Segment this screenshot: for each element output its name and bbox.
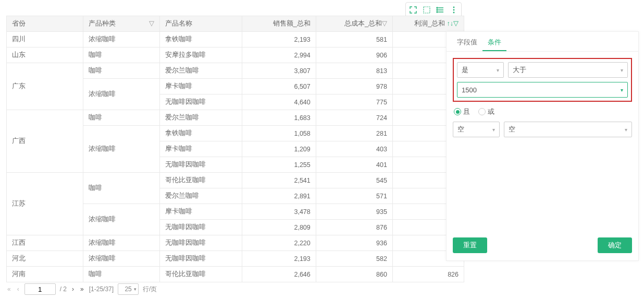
- cell-product-name: 哥伦比亚咖啡: [160, 267, 242, 282]
- cell-product-type: 浓缩咖啡: [83, 32, 160, 47]
- cell-product-type: 浓缩咖啡: [83, 251, 160, 267]
- condition2-is-select[interactable]: 空▾: [453, 122, 500, 137]
- table-row[interactable]: 广西咖啡爱尔兰咖啡1,683724: [7, 110, 464, 126]
- col-sales-sum[interactable]: 销售额_总和: [242, 16, 316, 32]
- cell-cost-sum: 581: [316, 32, 392, 47]
- cell-province: 河南: [7, 267, 83, 282]
- cell-cost-sum: 906: [316, 47, 392, 63]
- last-page-button[interactable]: »: [79, 285, 85, 293]
- cell-product-name: 安摩拉多咖啡: [160, 47, 242, 63]
- cell-sales-sum: 1,058: [242, 126, 316, 141]
- tab-field-value[interactable]: 字段值: [452, 34, 482, 51]
- page-size-value: 25: [125, 285, 131, 293]
- col-label: 利润_总和: [414, 20, 445, 27]
- cell-province: 江西: [7, 235, 83, 251]
- cell-product-name: 爱尔兰咖啡: [160, 110, 242, 126]
- col-cost-sum[interactable]: 总成本_总和▽: [316, 16, 392, 32]
- condition-is-select[interactable]: 是▾: [457, 62, 504, 78]
- svg-point-2: [437, 9, 438, 10]
- cell-province: 山东: [7, 47, 83, 63]
- table-row[interactable]: 河北浓缩咖啡无咖啡因咖啡2,193582766: [7, 251, 464, 267]
- filter-icon[interactable]: ▽: [453, 19, 459, 27]
- svg-point-5: [453, 9, 455, 11]
- cell-cost-sum: 978: [316, 79, 392, 94]
- selection-icon[interactable]: [420, 4, 433, 16]
- logic-and-radio[interactable]: 且: [454, 107, 470, 116]
- cell-sales-sum: 6,507: [242, 79, 316, 94]
- confirm-button[interactable]: 确定: [598, 237, 632, 253]
- col-product-type[interactable]: 产品种类▽: [83, 16, 160, 32]
- cell-profit-sum: 826: [392, 267, 464, 282]
- chevron-down-icon: ▾: [625, 127, 627, 133]
- cell-product-type: 浓缩咖啡: [83, 204, 160, 235]
- cell-cost-sum: 775: [316, 94, 392, 110]
- tab-condition[interactable]: 条件: [482, 34, 506, 51]
- first-page-button[interactable]: «: [6, 285, 12, 293]
- cell-product-type: 浓缩咖啡: [83, 126, 160, 173]
- cell-sales-sum: 3,807: [242, 63, 316, 79]
- list-icon[interactable]: [434, 4, 447, 16]
- condition-operator-select[interactable]: 大于▾: [508, 62, 628, 78]
- cell-province: 广西: [7, 110, 83, 173]
- chevron-down-icon: ▾: [621, 87, 623, 93]
- cell-sales-sum: 2,809: [242, 220, 316, 235]
- cell-product-type: 咖啡: [83, 110, 160, 126]
- chevron-down-icon: ▾: [497, 67, 499, 73]
- radio-label: 或: [488, 107, 494, 116]
- cell-product-name: 无咖啡因咖啡: [160, 220, 242, 235]
- table-row[interactable]: 广东咖啡爱尔兰咖啡3,807813: [7, 63, 464, 79]
- col-label: 省份: [12, 20, 26, 27]
- col-product-name[interactable]: 产品名称: [160, 16, 242, 32]
- table-row[interactable]: 四川浓缩咖啡拿铁咖啡2,193581: [7, 32, 464, 47]
- cell-sales-sum: 2,193: [242, 251, 316, 267]
- cell-product-name: 无咖啡因咖啡: [160, 157, 242, 173]
- expand-icon[interactable]: [407, 4, 419, 16]
- cell-product-name: 摩卡咖啡: [160, 141, 242, 157]
- per-page-label: 行/页: [143, 285, 157, 294]
- page-input[interactable]: [24, 283, 56, 295]
- more-icon[interactable]: [448, 4, 460, 16]
- col-profit-sum[interactable]: 利润_总和▽ ↑↓: [392, 16, 464, 32]
- table-row[interactable]: 山东咖啡安摩拉多咖啡2,994906: [7, 47, 464, 63]
- logic-or-radio[interactable]: 或: [478, 107, 494, 116]
- cell-product-type: 咖啡: [83, 47, 160, 63]
- radio-icon: [478, 108, 486, 115]
- chevron-down-icon: ▾: [492, 127, 495, 133]
- range-label: [1-25/37]: [89, 285, 114, 293]
- cell-province: 江苏: [7, 173, 83, 235]
- col-province[interactable]: 省份: [7, 16, 83, 32]
- cell-product-name: 无咖啡因咖啡: [160, 251, 242, 267]
- chevron-down-icon: ▾: [621, 67, 623, 73]
- next-page-button[interactable]: ›: [71, 285, 75, 293]
- cell-product-name: 拿铁咖啡: [160, 126, 242, 141]
- filter-panel: 字段值 条件 是▾ 大于▾ 1500▾ 且 或 空▾ 空▾: [446, 31, 639, 261]
- cell-product-name: 爱尔兰咖啡: [160, 188, 242, 204]
- cell-cost-sum: 545: [316, 173, 392, 188]
- table-row[interactable]: 江苏咖啡哥伦比亚咖啡2,541545: [7, 173, 464, 188]
- sort-asc-icon[interactable]: ↑↓: [447, 20, 454, 27]
- condition2-operator-select[interactable]: 空▾: [504, 122, 632, 137]
- table-row[interactable]: 河南咖啡哥伦比亚咖啡2,646860826: [7, 267, 464, 282]
- cell-product-name: 摩卡咖啡: [160, 204, 242, 220]
- cell-product-type: 浓缩咖啡: [83, 235, 160, 251]
- svg-point-4: [453, 7, 455, 8]
- filter-icon[interactable]: ▽: [149, 19, 154, 27]
- filter-icon[interactable]: ▽: [382, 19, 387, 27]
- pagination: « ‹ / 2 › » [1-25/37] 25▾ 行/页: [6, 283, 157, 295]
- cell-cost-sum: 281: [316, 126, 392, 141]
- svg-point-1: [437, 7, 438, 8]
- cell-sales-sum: 1,209: [242, 141, 316, 157]
- prev-page-button[interactable]: ‹: [16, 285, 20, 293]
- cell-province: 四川: [7, 32, 83, 47]
- cell-cost-sum: 860: [316, 267, 392, 282]
- input-value: 1500: [462, 86, 477, 94]
- select-value: 空: [457, 125, 464, 134]
- condition-value-input[interactable]: 1500▾: [457, 82, 628, 98]
- cell-province: 广东: [7, 63, 83, 110]
- page-size-select[interactable]: 25▾: [118, 283, 139, 295]
- col-label: 销售额_总和: [273, 20, 311, 27]
- reset-button[interactable]: 重置: [453, 237, 487, 253]
- table-row[interactable]: 江西浓缩咖啡无咖啡因咖啡2,220936369: [7, 235, 464, 251]
- cell-sales-sum: 4,640: [242, 94, 316, 110]
- svg-rect-0: [424, 7, 430, 13]
